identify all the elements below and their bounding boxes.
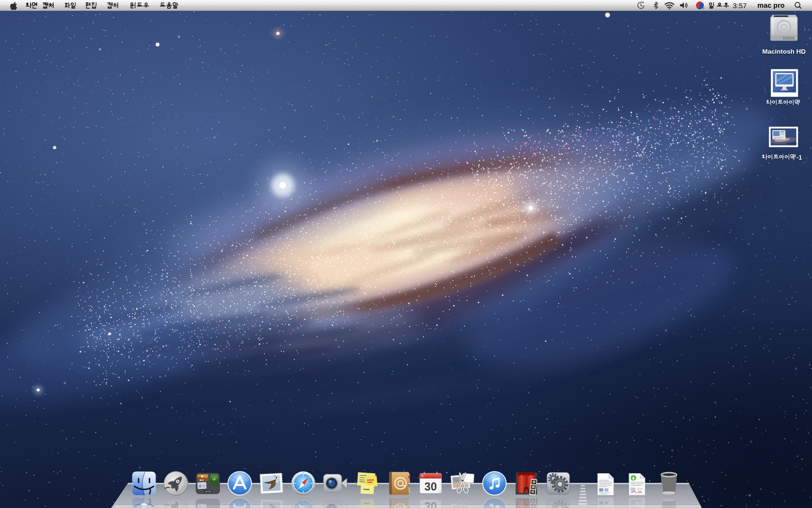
svg-text:3:57: 3:57 xyxy=(733,1,747,10)
svg-text:mac pro: mac pro xyxy=(757,1,785,9)
svg-text:Macintosh HD: Macintosh HD xyxy=(762,48,806,55)
svg-text:-1: -1 xyxy=(797,154,802,161)
